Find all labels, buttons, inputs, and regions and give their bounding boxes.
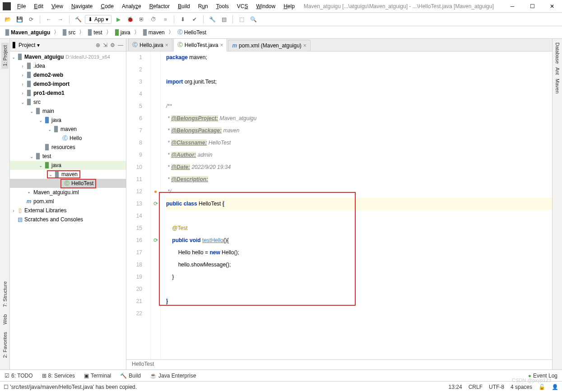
status-encoding[interactable]: UTF-8: [489, 384, 504, 390]
tree-root[interactable]: ⌄▉Maven_atguiguD:\IdeaIU-2019_x64: [10, 52, 126, 61]
run-icon[interactable]: ▶: [113, 14, 123, 24]
project-panel: ▋Project▾ ⊕ ⇲ ⚙ — ⌄▉Maven_atguiguD:\Idea…: [10, 39, 126, 369]
tree-resources[interactable]: ▉resources: [10, 143, 126, 152]
tool-terminal[interactable]: ▣ Terminal: [84, 373, 111, 379]
breadcrumb-test[interactable]: ▉test: [86, 28, 104, 37]
expand-icon[interactable]: ⇲: [103, 42, 107, 48]
back-icon[interactable]: ←: [44, 14, 54, 24]
tab-hello[interactable]: ⒸHello.java×: [128, 38, 172, 51]
maximize-button[interactable]: ☐: [522, 0, 542, 13]
code-area[interactable]: 12345678910111213141516171819202122 ●⟳⟳ …: [126, 51, 552, 359]
tree-hello[interactable]: ⒸHello: [10, 134, 126, 143]
menu-window[interactable]: Window: [252, 1, 279, 11]
tree-main-maven[interactable]: ⌄▉maven: [10, 125, 126, 134]
breadcrumb-src[interactable]: ▉src: [61, 28, 77, 37]
tree-idea[interactable]: ›▉.idea: [10, 61, 126, 70]
sidetab-ant[interactable]: Ant: [555, 67, 560, 75]
tree-pom[interactable]: mpom.xml: [10, 197, 126, 206]
breadcrumb-root[interactable]: ▉Maven_atguigu: [4, 28, 52, 37]
tree-hellotest[interactable]: ⒸHelloTest: [10, 179, 126, 188]
watermark: CSDN @pxyp123: [512, 378, 551, 383]
tree-test-maven[interactable]: ⌄▉maven: [10, 170, 126, 179]
status-eol[interactable]: CRLF: [469, 384, 483, 390]
tree-main[interactable]: ⌄▉main: [10, 107, 126, 116]
debug-icon[interactable]: 🐞: [125, 14, 135, 24]
target-icon[interactable]: ⊕: [96, 42, 100, 48]
breadcrumb-maven[interactable]: ▉maven: [141, 28, 167, 37]
close-icon[interactable]: ×: [165, 42, 168, 48]
tree-demo3[interactable]: ›▉demo3-import: [10, 79, 126, 89]
forward-icon[interactable]: →: [56, 14, 65, 24]
sidetab-maven[interactable]: Maven: [555, 79, 560, 93]
structure-icon[interactable]: ▤: [219, 14, 229, 24]
breadcrumb-java[interactable]: ▉java: [113, 28, 132, 37]
sidetab-favorites[interactable]: 2: Favorites: [2, 332, 8, 358]
minimize-button[interactable]: ─: [502, 0, 522, 13]
menu-analyze[interactable]: Analyze: [118, 1, 145, 11]
run-config-selector[interactable]: ⬇App▾: [85, 15, 111, 24]
close-button[interactable]: ✕: [542, 0, 562, 13]
refresh-icon[interactable]: ⟳: [26, 14, 36, 24]
right-tool-strip: Database Ant Maven: [552, 39, 562, 369]
menu-view[interactable]: View: [48, 1, 67, 11]
window-title: Maven_atguigu [...\atguigu\Maven_atguigu…: [304, 3, 494, 9]
status-position[interactable]: 13:24: [449, 384, 462, 390]
open-icon[interactable]: 📂: [3, 14, 13, 24]
tool-todo[interactable]: ☑ 6: TODO: [5, 373, 33, 379]
menu-run[interactable]: Run: [195, 1, 212, 11]
status-bar: ☐ 'src/test/java/maven/HelloTest.java' h…: [0, 381, 562, 392]
status-lock-icon[interactable]: 🔓: [539, 384, 545, 390]
menu-help[interactable]: Help: [280, 1, 298, 11]
tree-src[interactable]: ⌄▉src: [10, 98, 126, 107]
settings-icon[interactable]: 🔧: [207, 14, 217, 24]
layout-icon[interactable]: ⬚: [237, 14, 246, 24]
tree-scratches[interactable]: ▧Scratches and Consoles: [10, 215, 126, 224]
tree-test-java[interactable]: ⌄▉java: [10, 161, 126, 170]
menu-build[interactable]: Build: [174, 1, 194, 11]
tool-services[interactable]: ⊞ 8: Services: [42, 373, 75, 379]
commit-icon[interactable]: ✔: [190, 14, 200, 24]
menu-navigate[interactable]: Navigate: [68, 1, 96, 11]
code-content[interactable]: package maven; import org.junit.Test; /*…: [161, 51, 552, 359]
main-menu: FFileile Edit View Navigate Code Analyze…: [14, 1, 298, 11]
tab-hellotest[interactable]: ⒸHelloTest.java×: [173, 38, 228, 51]
tab-pom[interactable]: mpom.xml (Maven_atguigu)×: [228, 40, 310, 51]
project-panel-header: ▋Project▾ ⊕ ⇲ ⚙ —: [10, 39, 126, 51]
menu-code[interactable]: Code: [97, 1, 117, 11]
menu-file[interactable]: FFileile: [14, 1, 29, 11]
tree-extlib[interactable]: ›▯External Libraries: [10, 206, 126, 215]
gutter-marks: ●⟳⟳: [151, 51, 161, 359]
stop-icon[interactable]: ■: [160, 14, 170, 24]
tree-pro1[interactable]: ›▉pro1-demo1: [10, 89, 126, 98]
sidetab-web[interactable]: Web: [2, 314, 8, 324]
sidetab-project[interactable]: 1: Project: [1, 42, 9, 69]
menu-refactor[interactable]: Refactor: [146, 1, 173, 11]
breadcrumb-hellotest[interactable]: ⒸHelloTest: [176, 28, 208, 37]
close-icon[interactable]: ×: [303, 42, 307, 49]
close-icon[interactable]: ×: [220, 42, 223, 48]
menu-tools[interactable]: Tools: [213, 1, 232, 11]
tool-build[interactable]: 🔨 Build: [120, 373, 141, 379]
gutter: 12345678910111213141516171819202122: [126, 51, 151, 359]
gear-icon[interactable]: ⚙: [110, 42, 115, 48]
profile-icon[interactable]: ⏱: [149, 14, 158, 24]
coverage-icon[interactable]: ⛨: [137, 14, 147, 24]
sidetab-database[interactable]: Database: [555, 42, 560, 64]
status-inspect-icon[interactable]: 👤: [552, 384, 558, 390]
save-icon[interactable]: 💾: [14, 14, 24, 24]
menu-vcs[interactable]: VCS: [233, 1, 252, 11]
sidetab-structure[interactable]: 7: Structure: [2, 281, 8, 307]
search-icon[interactable]: 🔍: [248, 14, 258, 24]
tool-jent[interactable]: ☕ Java Enterprise: [150, 373, 196, 379]
build-icon[interactable]: 🔨: [73, 14, 83, 24]
update-icon[interactable]: ⬇: [178, 14, 188, 24]
tree-test[interactable]: ⌄▉test: [10, 152, 126, 161]
tree-demo2[interactable]: ›▉demo2-web: [10, 70, 126, 79]
breadcrumb-bar: ▉Maven_atguigu 〉 ▉src 〉 ▉test 〉 ▉java 〉 …: [0, 26, 562, 39]
project-tree: ⌄▉Maven_atguiguD:\IdeaIU-2019_x64 ›▉.ide…: [10, 51, 126, 369]
hide-icon[interactable]: —: [118, 42, 123, 48]
status-indent[interactable]: 4 spaces: [511, 384, 532, 390]
tree-main-java[interactable]: ⌄▉java: [10, 116, 126, 125]
tree-iml[interactable]: ▪Maven_atguigu.iml: [10, 188, 126, 197]
menu-edit[interactable]: Edit: [30, 1, 47, 11]
